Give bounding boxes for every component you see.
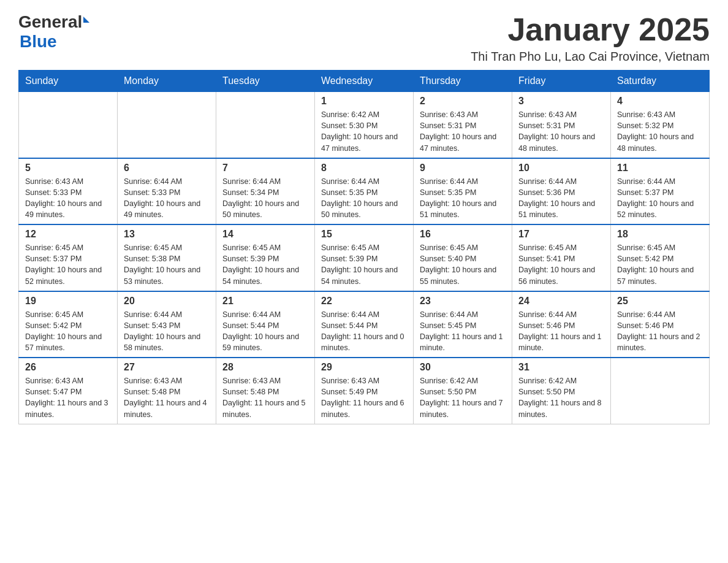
calendar-week-row: 5Sunrise: 6:43 AM Sunset: 5:33 PM Daylig… [19, 158, 710, 225]
day-number: 4 [617, 96, 703, 107]
calendar-cell: 10Sunrise: 6:44 AM Sunset: 5:36 PM Dayli… [512, 158, 611, 225]
calendar-cell: 5Sunrise: 6:43 AM Sunset: 5:33 PM Daylig… [19, 158, 118, 225]
weekday-header-wednesday: Wednesday [315, 71, 414, 92]
day-info: Sunrise: 6:44 AM Sunset: 5:45 PM Dayligh… [420, 309, 506, 354]
calendar-cell: 20Sunrise: 6:44 AM Sunset: 5:43 PM Dayli… [118, 291, 216, 358]
day-info: Sunrise: 6:43 AM Sunset: 5:48 PM Dayligh… [124, 375, 210, 420]
day-number: 6 [124, 163, 210, 174]
day-number: 11 [617, 163, 703, 174]
day-info: Sunrise: 6:44 AM Sunset: 5:46 PM Dayligh… [518, 309, 604, 354]
day-info: Sunrise: 6:43 AM Sunset: 5:31 PM Dayligh… [518, 109, 604, 154]
calendar-cell: 24Sunrise: 6:44 AM Sunset: 5:46 PM Dayli… [512, 291, 611, 358]
day-number: 20 [124, 296, 210, 307]
day-number: 16 [420, 229, 506, 240]
calendar-cell: 12Sunrise: 6:45 AM Sunset: 5:37 PM Dayli… [19, 224, 118, 291]
day-number: 17 [518, 229, 604, 240]
logo-triangle-icon [83, 17, 89, 23]
day-number: 27 [124, 362, 210, 373]
day-number: 18 [617, 229, 703, 240]
calendar-cell: 11Sunrise: 6:44 AM Sunset: 5:37 PM Dayli… [611, 158, 710, 225]
day-info: Sunrise: 6:44 AM Sunset: 5:43 PM Dayligh… [124, 309, 210, 354]
day-info: Sunrise: 6:43 AM Sunset: 5:48 PM Dayligh… [222, 375, 308, 420]
weekday-header-thursday: Thursday [414, 71, 512, 92]
month-title: January 2025 [471, 12, 710, 47]
calendar-cell: 31Sunrise: 6:42 AM Sunset: 5:50 PM Dayli… [512, 358, 611, 424]
day-info: Sunrise: 6:43 AM Sunset: 5:32 PM Dayligh… [617, 109, 703, 154]
logo-general: General [18, 12, 82, 32]
calendar-week-row: 19Sunrise: 6:45 AM Sunset: 5:42 PM Dayli… [19, 291, 710, 358]
calendar-cell: 8Sunrise: 6:44 AM Sunset: 5:35 PM Daylig… [315, 158, 414, 225]
day-number: 30 [420, 362, 506, 373]
day-number: 25 [617, 296, 703, 307]
day-number: 24 [518, 296, 604, 307]
calendar-week-row: 12Sunrise: 6:45 AM Sunset: 5:37 PM Dayli… [19, 224, 710, 291]
calendar-cell: 30Sunrise: 6:42 AM Sunset: 5:50 PM Dayli… [414, 358, 512, 424]
day-info: Sunrise: 6:45 AM Sunset: 5:42 PM Dayligh… [25, 309, 111, 354]
calendar-cell: 7Sunrise: 6:44 AM Sunset: 5:34 PM Daylig… [216, 158, 315, 225]
day-info: Sunrise: 6:42 AM Sunset: 5:50 PM Dayligh… [518, 375, 604, 420]
day-number: 13 [124, 229, 210, 240]
day-number: 22 [321, 296, 407, 307]
weekday-header-monday: Monday [118, 71, 216, 92]
calendar-cell [118, 92, 216, 158]
day-number: 1 [321, 96, 407, 107]
day-info: Sunrise: 6:45 AM Sunset: 5:38 PM Dayligh… [124, 242, 210, 287]
calendar-cell: 14Sunrise: 6:45 AM Sunset: 5:39 PM Dayli… [216, 224, 315, 291]
calendar-cell: 19Sunrise: 6:45 AM Sunset: 5:42 PM Dayli… [19, 291, 118, 358]
calendar-cell: 13Sunrise: 6:45 AM Sunset: 5:38 PM Dayli… [118, 224, 216, 291]
calendar-week-row: 1Sunrise: 6:42 AM Sunset: 5:30 PM Daylig… [19, 92, 710, 158]
calendar-cell: 3Sunrise: 6:43 AM Sunset: 5:31 PM Daylig… [512, 92, 611, 158]
calendar-cell: 17Sunrise: 6:45 AM Sunset: 5:41 PM Dayli… [512, 224, 611, 291]
calendar-cell: 18Sunrise: 6:45 AM Sunset: 5:42 PM Dayli… [611, 224, 710, 291]
day-number: 3 [518, 96, 604, 107]
day-number: 26 [25, 362, 111, 373]
calendar-cell: 22Sunrise: 6:44 AM Sunset: 5:44 PM Dayli… [315, 291, 414, 358]
calendar-cell: 29Sunrise: 6:43 AM Sunset: 5:49 PM Dayli… [315, 358, 414, 424]
day-info: Sunrise: 6:45 AM Sunset: 5:39 PM Dayligh… [321, 242, 407, 287]
calendar-cell: 28Sunrise: 6:43 AM Sunset: 5:48 PM Dayli… [216, 358, 315, 424]
day-info: Sunrise: 6:43 AM Sunset: 5:33 PM Dayligh… [25, 176, 111, 221]
day-info: Sunrise: 6:44 AM Sunset: 5:37 PM Dayligh… [617, 176, 703, 221]
day-number: 2 [420, 96, 506, 107]
calendar-cell: 23Sunrise: 6:44 AM Sunset: 5:45 PM Dayli… [414, 291, 512, 358]
day-info: Sunrise: 6:44 AM Sunset: 5:36 PM Dayligh… [518, 176, 604, 221]
calendar-cell [216, 92, 315, 158]
calendar-cell: 27Sunrise: 6:43 AM Sunset: 5:48 PM Dayli… [118, 358, 216, 424]
day-info: Sunrise: 6:44 AM Sunset: 5:44 PM Dayligh… [321, 309, 407, 354]
day-info: Sunrise: 6:45 AM Sunset: 5:39 PM Dayligh… [222, 242, 308, 287]
page-header: General Blue January 2025 Thi Tran Pho L… [18, 12, 710, 64]
calendar-cell: 6Sunrise: 6:44 AM Sunset: 5:33 PM Daylig… [118, 158, 216, 225]
weekday-header-friday: Friday [512, 71, 611, 92]
calendar-cell: 1Sunrise: 6:42 AM Sunset: 5:30 PM Daylig… [315, 92, 414, 158]
calendar-cell [19, 92, 118, 158]
day-number: 23 [420, 296, 506, 307]
day-info: Sunrise: 6:44 AM Sunset: 5:34 PM Dayligh… [222, 176, 308, 221]
day-info: Sunrise: 6:44 AM Sunset: 5:35 PM Dayligh… [321, 176, 407, 221]
day-number: 7 [222, 163, 308, 174]
calendar-cell: 21Sunrise: 6:44 AM Sunset: 5:44 PM Dayli… [216, 291, 315, 358]
day-number: 5 [25, 163, 111, 174]
day-number: 14 [222, 229, 308, 240]
day-info: Sunrise: 6:44 AM Sunset: 5:33 PM Dayligh… [124, 176, 210, 221]
calendar-cell: 4Sunrise: 6:43 AM Sunset: 5:32 PM Daylig… [611, 92, 710, 158]
day-number: 29 [321, 362, 407, 373]
calendar-cell: 25Sunrise: 6:44 AM Sunset: 5:46 PM Dayli… [611, 291, 710, 358]
day-number: 12 [25, 229, 111, 240]
day-info: Sunrise: 6:44 AM Sunset: 5:44 PM Dayligh… [222, 309, 308, 354]
day-number: 9 [420, 163, 506, 174]
calendar-cell: 2Sunrise: 6:43 AM Sunset: 5:31 PM Daylig… [414, 92, 512, 158]
calendar-header-row: SundayMondayTuesdayWednesdayThursdayFrid… [19, 71, 710, 92]
day-info: Sunrise: 6:45 AM Sunset: 5:41 PM Dayligh… [518, 242, 604, 287]
calendar-cell: 9Sunrise: 6:44 AM Sunset: 5:35 PM Daylig… [414, 158, 512, 225]
day-info: Sunrise: 6:44 AM Sunset: 5:46 PM Dayligh… [617, 309, 703, 354]
day-info: Sunrise: 6:44 AM Sunset: 5:35 PM Dayligh… [420, 176, 506, 221]
day-info: Sunrise: 6:42 AM Sunset: 5:30 PM Dayligh… [321, 109, 407, 154]
day-number: 21 [222, 296, 308, 307]
location-title: Thi Tran Pho Lu, Lao Cai Province, Vietn… [471, 50, 710, 64]
day-number: 15 [321, 229, 407, 240]
day-info: Sunrise: 6:42 AM Sunset: 5:50 PM Dayligh… [420, 375, 506, 420]
calendar-week-row: 26Sunrise: 6:43 AM Sunset: 5:47 PM Dayli… [19, 358, 710, 424]
calendar-table: SundayMondayTuesdayWednesdayThursdayFrid… [18, 70, 710, 424]
day-number: 28 [222, 362, 308, 373]
calendar-cell: 16Sunrise: 6:45 AM Sunset: 5:40 PM Dayli… [414, 224, 512, 291]
